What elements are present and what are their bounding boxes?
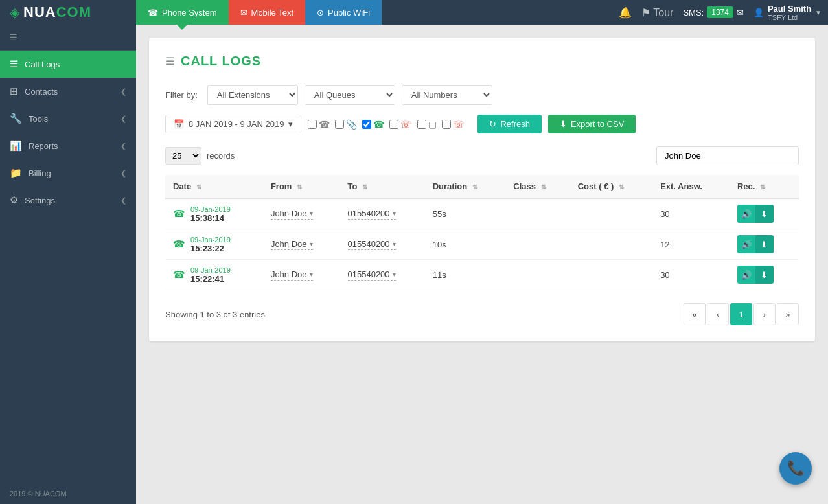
cell-rec-2: 🔊 ⬇ — [730, 260, 799, 290]
tab-phone-label: Phone System — [162, 8, 217, 17]
sidebar-label-billing: Billing — [29, 168, 51, 178]
cell-duration-1: 10s — [425, 229, 506, 260]
filter-all-icon: ☎ — [319, 119, 330, 130]
cell-cost-1 — [570, 229, 652, 260]
user-chevron-icon: ▼ — [815, 9, 822, 16]
page-title: CALL LOGS — [181, 54, 261, 69]
filter-checkbox-attach[interactable]: 📎 — [335, 119, 357, 130]
tab-public-wifi[interactable]: ⊙ Public WiFi — [305, 0, 382, 25]
filter-checkbox-incoming[interactable]: ☏ — [442, 119, 465, 130]
user-info[interactable]: 👤 Paul Smith TSFY Ltd ▼ — [753, 4, 822, 21]
sort-date-icon: ⇅ — [196, 183, 201, 190]
col-class[interactable]: Class ⇅ — [505, 175, 569, 198]
sidebar-menu-icon[interactable]: ☰ — [0, 25, 136, 51]
pagination: « ‹ 1 › » — [684, 303, 799, 325]
sidebar-item-billing[interactable]: 📁 Billing ❮ — [0, 159, 136, 187]
checkbox-incoming[interactable] — [442, 120, 451, 129]
user-name: Paul Smith — [768, 4, 811, 14]
from-dropdown-0[interactable]: John Doe ▾ — [271, 209, 313, 220]
filter-checkbox-all[interactable]: ☎ — [308, 119, 330, 130]
main-content: ☰ CALL LOGS Filter by: All Extensions Al… — [136, 25, 828, 504]
bell-icon[interactable]: 🔔 — [619, 6, 632, 19]
filter-checkbox-answered[interactable]: ☎ — [362, 119, 384, 130]
logo-com: COM — [56, 4, 91, 20]
date-dropdown-icon: ▾ — [288, 119, 293, 129]
contacts-icon: ⊞ — [10, 86, 18, 97]
to-dropdown-2[interactable]: 015540200 ▾ — [348, 269, 396, 281]
col-date[interactable]: Date ⇅ — [165, 175, 263, 198]
to-dropdown-1[interactable]: 015540200 ▾ — [348, 239, 396, 250]
checkbox-attach[interactable] — [335, 120, 344, 129]
page-next-button[interactable]: › — [753, 303, 776, 325]
sidebar-item-tools[interactable]: 🔧 Tools ❮ — [0, 105, 136, 132]
checkbox-outgoing[interactable] — [417, 120, 426, 129]
checkbox-missed[interactable] — [389, 120, 398, 129]
play-button-1[interactable]: 🔊 — [737, 235, 755, 253]
phone-tab-icon: ☎ — [148, 8, 158, 17]
tab-mobile-text[interactable]: ✉ Mobile Text — [229, 0, 306, 25]
col-from[interactable]: From ⇅ — [263, 175, 340, 198]
export-csv-button[interactable]: ⬇ Export to CSV — [548, 115, 636, 133]
from-dropdown-2[interactable]: John Doe ▾ — [271, 269, 313, 281]
cell-duration-0: 55s — [425, 198, 506, 229]
filter-checkbox-outgoing[interactable]: ▢ — [417, 119, 437, 130]
to-dropdown-0[interactable]: 015540200 ▾ — [348, 209, 396, 220]
cell-to-0: 015540200 ▾ — [340, 198, 425, 229]
col-to[interactable]: To ⇅ — [340, 175, 425, 198]
col-rec[interactable]: Rec. ⇅ — [730, 175, 799, 198]
from-dropdown-1[interactable]: John Doe ▾ — [271, 239, 313, 250]
tab-phone-system[interactable]: ☎ Phone System — [136, 0, 229, 25]
from-dd-arrow-1: ▾ — [310, 240, 313, 247]
download-button-2[interactable]: ⬇ — [755, 266, 774, 284]
fab-call-button[interactable]: 📞 — [779, 452, 812, 485]
row-time-2: 15:22:41 — [190, 274, 231, 284]
refresh-button[interactable]: ↻ Refresh — [477, 115, 542, 133]
sidebar-item-settings[interactable]: ⚙ Settings ❮ — [0, 187, 136, 214]
filter-by-label: Filter by: — [165, 90, 198, 100]
to-dd-arrow-0: ▾ — [393, 210, 396, 217]
col-duration[interactable]: Duration ⇅ — [425, 175, 506, 198]
export-icon: ⬇ — [560, 119, 567, 129]
rec-buttons-1: 🔊 ⬇ — [737, 235, 791, 253]
sidebar-item-call-logs[interactable]: ☰ Call Logs — [0, 51, 136, 78]
page-header-icon: ☰ — [165, 55, 174, 67]
download-button-1[interactable]: ⬇ — [755, 235, 774, 253]
row-phone-icon-1: ☎ — [173, 238, 185, 250]
search-input[interactable] — [656, 146, 799, 165]
numbers-filter[interactable]: All Numbers — [402, 85, 492, 105]
sidebar-label-settings: Settings — [25, 196, 55, 205]
date-range-picker[interactable]: 📅 8 JAN 2019 - 9 JAN 2019 ▾ — [165, 115, 301, 133]
cell-class-2 — [505, 260, 569, 290]
from-dd-arrow-0: ▾ — [310, 210, 313, 217]
pagination-row: Showing 1 to 3 of 3 entries « ‹ 1 › » — [165, 303, 799, 325]
rec-buttons-0: 🔊 ⬇ — [737, 205, 791, 223]
page-1-button[interactable]: 1 — [730, 303, 752, 325]
download-button-0[interactable]: ⬇ — [755, 205, 774, 223]
cell-from-2: John Doe ▾ — [263, 260, 340, 290]
page-prev-button[interactable]: ‹ — [707, 303, 729, 325]
filter-checkbox-missed[interactable]: ☏ — [389, 119, 412, 130]
sidebar-item-reports[interactable]: 📊 Reports ❮ — [0, 132, 136, 159]
extensions-filter[interactable]: All Extensions — [207, 85, 298, 105]
records-per-page-select[interactable]: 10 25 50 100 — [165, 147, 201, 165]
checkbox-answered[interactable] — [362, 120, 371, 129]
mobile-tab-icon: ✉ — [240, 8, 247, 17]
queues-filter[interactable]: All Queues — [305, 85, 395, 105]
page-last-button[interactable]: » — [777, 303, 799, 325]
cell-from-0: John Doe ▾ — [263, 198, 340, 229]
table-controls: 10 25 50 100 records — [165, 146, 799, 165]
to-dd-arrow-1: ▾ — [393, 240, 396, 247]
nav-tabs: ☎ Phone System ✉ Mobile Text ⊙ Public Wi… — [136, 0, 382, 25]
logo-icon: ◈ — [10, 5, 19, 20]
table-body: ☎ 09-Jan-2019 15:38:14 John Doe ▾ 015540… — [165, 198, 799, 290]
sidebar-item-contacts[interactable]: ⊞ Contacts ❮ — [0, 78, 136, 105]
date-filter-row: 📅 8 JAN 2019 - 9 JAN 2019 ▾ ☎ 📎 ☎ — [165, 115, 799, 133]
call-logs-icon: ☰ — [10, 58, 18, 70]
play-button-0[interactable]: 🔊 — [737, 205, 755, 223]
page-first-button[interactable]: « — [684, 303, 706, 325]
checkbox-all[interactable] — [308, 120, 317, 129]
play-button-2[interactable]: 🔊 — [737, 266, 755, 284]
col-cost[interactable]: Cost ( € ) ⇅ — [570, 175, 652, 198]
tour-button[interactable]: ⚑ Tour — [641, 6, 673, 19]
sms-badge[interactable]: SMS: 1374 ✉ — [683, 6, 744, 18]
